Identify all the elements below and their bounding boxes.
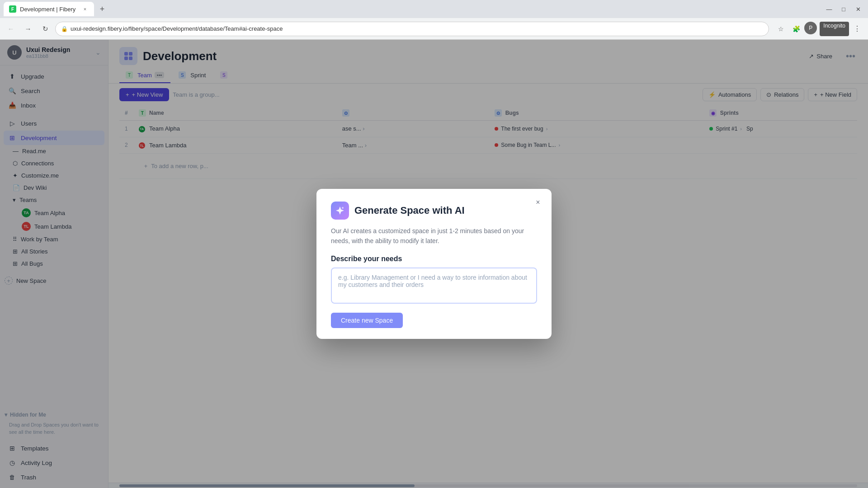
tab-favicon: F	[9, 5, 16, 13]
modal-close-btn[interactable]: ×	[532, 196, 544, 209]
minimize-btn[interactable]: —	[823, 3, 835, 15]
ai-modal: × Generate Space with AI Our AI creates …	[316, 189, 552, 339]
address-text: uxui-redesign.fibery.io/fibery/space/Dev…	[71, 25, 283, 32]
toolbar-actions: ☆ 🧩 P Incognito ⋮	[774, 22, 864, 36]
tab-title: Development | Fibery	[20, 6, 75, 13]
lock-icon: 🔒	[61, 26, 68, 32]
modal-header: Generate Space with AI	[331, 202, 537, 220]
tab-close-btn[interactable]: ×	[81, 5, 89, 13]
modal-description: Our AI creates a customized space in jus…	[331, 226, 537, 246]
back-btn[interactable]: ←	[4, 22, 18, 36]
modal-footer: Create new Space	[331, 313, 537, 328]
incognito-badge: Incognito	[820, 22, 849, 36]
forward-btn[interactable]: →	[21, 22, 35, 36]
modal-section-label: Describe your needs	[331, 255, 537, 263]
ai-needs-input[interactable]	[331, 267, 537, 304]
extension-btn[interactable]: 🧩	[789, 22, 803, 36]
browser-tab[interactable]: F Development | Fibery ×	[4, 2, 94, 16]
profile-btn[interactable]: P	[804, 22, 817, 34]
close-btn[interactable]: ✕	[852, 3, 864, 15]
modal-title: Generate Space with AI	[354, 205, 465, 216]
new-tab-btn[interactable]: +	[96, 3, 108, 15]
modal-ai-icon	[331, 202, 349, 220]
svg-point-4	[342, 207, 344, 209]
address-bar[interactable]: 🔒 uxui-redesign.fibery.io/fibery/space/D…	[55, 22, 769, 36]
window-controls: — □ ✕	[823, 3, 864, 15]
bookmark-star-btn[interactable]: ☆	[774, 22, 788, 36]
refresh-btn[interactable]: ↻	[38, 22, 52, 36]
create-space-btn[interactable]: Create new Space	[331, 313, 403, 328]
chrome-menu-btn[interactable]: ⋮	[850, 22, 864, 36]
modal-overlay[interactable]: × Generate Space with AI Our AI creates …	[0, 40, 868, 488]
maximize-btn[interactable]: □	[837, 3, 850, 15]
